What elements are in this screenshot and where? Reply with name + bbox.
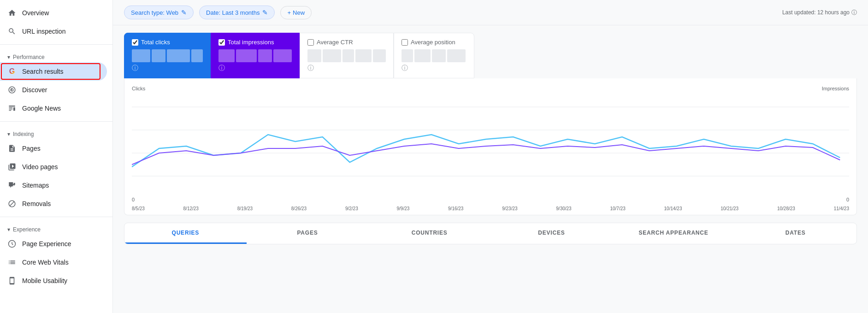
chevron-down-icon-2: ▾ (7, 131, 10, 137)
core-web-vitals-icon (7, 258, 17, 267)
sidebar-item-core-web-vitals[interactable]: Core Web Vitals (0, 253, 107, 272)
total-impressions-checkbox[interactable] (218, 39, 225, 46)
sidebar-url-inspection-label: URL inspection (22, 28, 65, 35)
sidebar-item-pages[interactable]: Pages (0, 139, 107, 158)
x-label-8: 9/30/23 (556, 206, 571, 211)
x-label-3: 8/26/23 (291, 206, 307, 211)
x-label-6: 9/16/23 (448, 206, 463, 211)
y-axis-label-left: Clicks (132, 86, 145, 91)
bar-segment (447, 49, 466, 62)
metric-card-total-clicks[interactable]: Total clicks ⓘ (124, 33, 211, 78)
sidebar-google-news-label: Google News (22, 105, 61, 112)
date-edit-icon: ✎ (262, 9, 268, 16)
metric-cards: Total clicks ⓘ Total impressions (124, 33, 857, 78)
bar-segment (218, 49, 235, 62)
x-label-0: 8/5/23 (132, 206, 145, 211)
sidebar-item-url-inspection[interactable]: URL inspection (0, 22, 107, 41)
sidebar-item-search-results[interactable]: G Search results (0, 62, 107, 81)
tab-pages[interactable]: PAGES (247, 223, 369, 244)
average-ctr-bars (307, 49, 386, 62)
experience-section-header: ▾ Experience (0, 221, 112, 235)
sidebar-item-page-experience[interactable]: Page Experience (0, 235, 107, 253)
chart-svg-container (132, 93, 849, 196)
sidebar-item-overview[interactable]: Overview (0, 4, 107, 22)
svg-rect-4 (9, 110, 11, 111)
sidebar-item-video-pages[interactable]: Video pages (0, 158, 107, 176)
sidebar-item-sitemaps[interactable]: Sitemaps (0, 176, 107, 195)
search-type-filter[interactable]: Search type: Web ✎ (124, 6, 194, 19)
bar-segment (191, 49, 203, 62)
zero-label-right: 0 (846, 197, 849, 202)
indexing-section-header: ▾ Indexing (0, 125, 112, 139)
sidebar-item-discover[interactable]: Discover (0, 81, 107, 99)
tab-queries[interactable]: QUERIES (124, 223, 247, 244)
metric-card-total-impressions[interactable]: Total impressions ⓘ (211, 33, 300, 78)
date-label: Date: Last 3 months (206, 9, 260, 16)
date-filter[interactable]: Date: Last 3 months ✎ (199, 6, 275, 19)
svg-rect-1 (9, 106, 15, 106)
zero-label-left: 0 (132, 197, 135, 202)
total-clicks-label: Total clicks (141, 39, 170, 46)
metric-card-average-ctr[interactable]: Average CTR ⓘ (300, 33, 394, 78)
removals-icon (7, 199, 17, 208)
sidebar-item-google-news[interactable]: Google News (0, 99, 107, 118)
sidebar-core-web-vitals-label: Core Web Vitals (22, 259, 69, 266)
average-position-header: Average position (402, 39, 466, 46)
tabs-bar: QUERIES PAGES COUNTRIES DEVICES SEARCH A… (124, 223, 857, 244)
bar-segment (258, 49, 272, 62)
average-position-bars (402, 49, 466, 62)
sidebar-mobile-usability-label: Mobile Usability (22, 277, 67, 284)
total-clicks-checkbox[interactable] (132, 39, 138, 46)
search-icon (7, 27, 17, 36)
total-impressions-info-icon[interactable]: ⓘ (218, 64, 292, 72)
tab-countries[interactable]: COUNTRIES (368, 223, 490, 244)
sidebar-removals-label: Removals (22, 200, 51, 207)
tab-search-appearance[interactable]: SEARCH APPEARANCE (613, 223, 735, 244)
chart-container: Clicks Impressions 0 (124, 78, 857, 215)
sidebar: Overview URL inspection ▾ Performance G … (0, 0, 113, 313)
average-ctr-checkbox[interactable] (307, 39, 314, 46)
svg-rect-5 (13, 107, 15, 111)
sidebar-item-mobile-usability[interactable]: Mobile Usability (0, 272, 107, 290)
x-label-2: 8/19/23 (237, 206, 253, 211)
new-button[interactable]: + New (280, 6, 312, 19)
bar-segment (167, 49, 190, 62)
chevron-down-icon: ▾ (7, 54, 10, 60)
mobile-usability-icon (7, 276, 17, 285)
tab-devices[interactable]: DEVICES (490, 223, 613, 244)
x-label-1: 8/12/23 (183, 206, 199, 211)
metric-card-average-position[interactable]: Average position ⓘ (394, 33, 474, 78)
home-icon (7, 8, 17, 18)
bar-segment (373, 49, 386, 62)
content-area: Total clicks ⓘ Total impressions (113, 25, 868, 313)
bar-segment (132, 49, 150, 62)
chevron-down-icon-3: ▾ (7, 226, 10, 233)
sidebar-page-experience-label: Page Experience (22, 240, 71, 248)
search-type-label: Search type: Web (131, 9, 178, 16)
total-clicks-info-icon[interactable]: ⓘ (132, 64, 203, 72)
average-ctr-info-icon[interactable]: ⓘ (307, 64, 386, 72)
bar-segment (323, 49, 341, 62)
sidebar-pages-label: Pages (22, 145, 41, 152)
sidebar-item-removals[interactable]: Removals (0, 195, 107, 213)
info-icon[interactable]: ⓘ (851, 9, 857, 17)
x-label-7: 9/23/23 (502, 206, 517, 211)
plus-icon: + (287, 9, 291, 16)
y-axis-label-right: Impressions (822, 86, 849, 91)
total-impressions-label: Total impressions (228, 39, 274, 46)
average-position-checkbox[interactable] (402, 39, 408, 46)
x-label-5: 9/9/23 (397, 206, 410, 211)
google-news-icon (7, 104, 17, 113)
x-label-12: 10/28/23 (777, 206, 795, 211)
search-type-edit-icon: ✎ (181, 9, 187, 16)
sitemaps-icon (7, 181, 17, 190)
average-position-info-icon[interactable]: ⓘ (402, 64, 466, 72)
pages-icon (7, 144, 17, 153)
bar-segment (273, 49, 292, 62)
total-clicks-bars (132, 49, 203, 62)
sidebar-sitemaps-label: Sitemaps (22, 182, 49, 189)
svg-rect-3 (9, 109, 12, 110)
last-updated-text: Last updated: 12 hours ago ⓘ (782, 9, 857, 17)
tab-dates[interactable]: DATES (734, 223, 856, 244)
bar-segment (402, 49, 413, 62)
